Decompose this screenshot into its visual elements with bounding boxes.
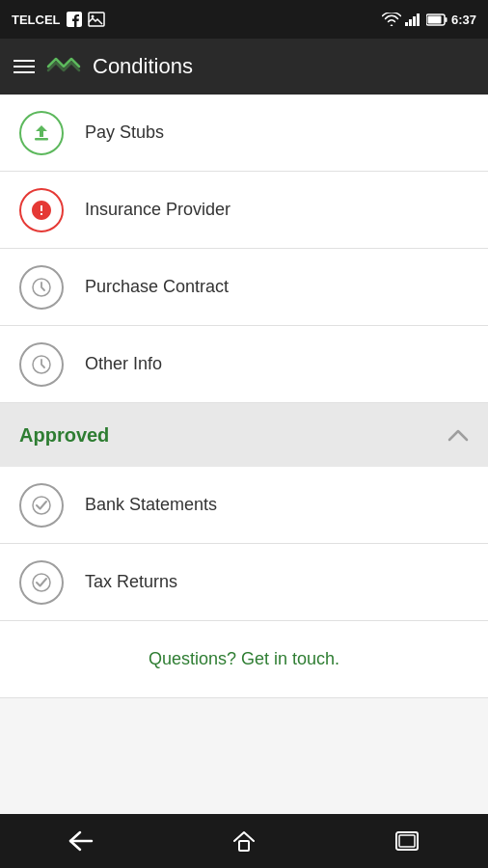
svg-rect-2 — [405, 22, 408, 26]
signal-icon — [405, 13, 422, 26]
tax-returns-label: Tax Returns — [85, 572, 177, 592]
battery-icon — [426, 14, 447, 26]
svg-rect-14 — [239, 841, 249, 851]
list-item-other-info[interactable]: Other Info — [0, 326, 488, 403]
approved-section-header[interactable]: Approved — [0, 403, 488, 467]
questions-link[interactable]: Questions? Get in touch. — [0, 621, 488, 698]
questions-text: Questions? Get in touch. — [149, 649, 339, 669]
image-icon — [88, 12, 105, 27]
pay-stubs-status-icon — [19, 111, 64, 155]
svg-rect-3 — [409, 19, 412, 26]
recents-button[interactable] — [378, 822, 436, 860]
facebook-icon — [67, 12, 82, 27]
svg-rect-7 — [427, 15, 441, 23]
svg-rect-5 — [417, 14, 420, 26]
tax-returns-status-icon — [19, 560, 64, 605]
time-label: 6:37 — [451, 13, 476, 27]
svg-rect-8 — [445, 17, 447, 22]
app-bar: Conditions — [0, 39, 488, 95]
purchase-contract-status-icon — [19, 265, 64, 310]
other-info-status-icon — [19, 342, 64, 387]
hamburger-icon[interactable] — [14, 60, 35, 73]
status-right: 6:37 — [382, 13, 476, 27]
bottom-nav — [0, 814, 488, 868]
insurance-status-icon — [19, 188, 64, 232]
approved-section-title: Approved — [19, 424, 109, 447]
purchase-contract-label: Purchase Contract — [85, 277, 229, 297]
status-bar: TELCEL 6:3 — [0, 0, 488, 39]
list-item-tax-returns[interactable]: Tax Returns — [0, 544, 488, 621]
page-title: Conditions — [93, 54, 193, 79]
insurance-provider-label: Insurance Provider — [85, 200, 230, 220]
svg-point-13 — [33, 574, 50, 591]
list-item-pay-stubs[interactable]: Pay Stubs — [0, 95, 488, 172]
list-item-bank-statements[interactable]: Bank Statements — [0, 467, 488, 544]
svg-rect-16 — [399, 835, 415, 847]
other-info-label: Other Info — [85, 354, 162, 374]
list-item-purchase-contract[interactable]: Purchase Contract — [0, 249, 488, 326]
bank-statements-status-icon — [19, 483, 64, 528]
list-item-insurance-provider[interactable]: Insurance Provider — [0, 172, 488, 249]
app-logo-icon — [46, 55, 81, 78]
back-button[interactable] — [52, 822, 110, 860]
pay-stubs-label: Pay Stubs — [85, 122, 164, 143]
content-area: Pay Stubs Insurance Provider Purchase Co… — [0, 95, 488, 814]
bank-statements-label: Bank Statements — [85, 495, 217, 515]
chevron-up-icon — [447, 424, 469, 447]
svg-rect-4 — [413, 16, 416, 26]
svg-rect-9 — [35, 138, 48, 141]
wifi-icon — [382, 13, 401, 27]
carrier-label: TELCEL — [12, 13, 61, 27]
status-left: TELCEL — [12, 12, 105, 27]
home-button[interactable] — [215, 822, 273, 860]
svg-point-12 — [33, 497, 50, 514]
